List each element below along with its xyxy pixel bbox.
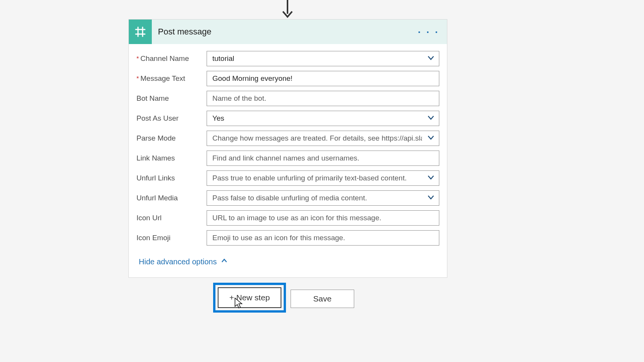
label-text: Channel Name xyxy=(140,54,189,63)
card-body: * Channel Name * Message Text Bot Name xyxy=(129,44,447,277)
icon-url-input[interactable] xyxy=(207,210,439,226)
unfurl-media-input[interactable] xyxy=(207,190,439,206)
hide-advanced-options-toggle[interactable]: Hide advanced options xyxy=(139,257,228,267)
label-unfurl-media: Unfurl Media xyxy=(136,194,207,202)
required-indicator: * xyxy=(136,75,139,82)
post-message-card: Post message · · · * Channel Name * Mess… xyxy=(128,19,447,278)
label-icon-emoji: Icon Emoji xyxy=(136,234,207,242)
label-channel-name: * Channel Name xyxy=(136,54,207,63)
flow-arrow xyxy=(280,0,295,21)
unfurl-links-input[interactable] xyxy=(207,170,439,186)
more-options-button[interactable]: · · · xyxy=(418,26,439,38)
row-icon-emoji: Icon Emoji xyxy=(136,230,439,246)
advanced-toggle-label: Hide advanced options xyxy=(139,257,217,266)
label-message-text: * Message Text xyxy=(136,74,207,83)
label-unfurl-links: Unfurl Links xyxy=(136,174,207,182)
icon-emoji-input[interactable] xyxy=(207,230,439,246)
card-header[interactable]: Post message · · · xyxy=(129,20,447,44)
card-title: Post message xyxy=(158,27,211,37)
label-icon-url: Icon Url xyxy=(136,214,207,222)
link-names-input[interactable] xyxy=(207,151,439,166)
footer-buttons: + New step Save xyxy=(213,283,354,313)
label-link-names: Link Names xyxy=(136,154,207,162)
chevron-up-icon xyxy=(220,257,228,267)
row-parse-mode: Parse Mode xyxy=(136,131,439,146)
new-step-button[interactable]: + New step xyxy=(218,287,281,308)
label-text: Message Text xyxy=(140,74,185,83)
label-post-as-user: Post As User xyxy=(136,114,207,123)
row-unfurl-media: Unfurl Media xyxy=(136,190,439,206)
slack-icon xyxy=(129,20,152,44)
post-as-user-input[interactable] xyxy=(207,111,439,126)
label-bot-name: Bot Name xyxy=(136,94,207,103)
label-parse-mode: Parse Mode xyxy=(136,134,207,143)
message-text-input[interactable] xyxy=(207,71,439,86)
required-indicator: * xyxy=(136,56,139,62)
row-unfurl-links: Unfurl Links xyxy=(136,170,439,186)
row-icon-url: Icon Url xyxy=(136,210,439,226)
row-bot-name: Bot Name xyxy=(136,91,439,106)
new-step-highlight: + New step xyxy=(213,283,286,313)
bot-name-input[interactable] xyxy=(207,91,439,106)
row-post-as-user: Post As User xyxy=(136,111,439,126)
row-link-names: Link Names xyxy=(136,151,439,166)
channel-name-input[interactable] xyxy=(207,51,439,66)
row-channel-name: * Channel Name xyxy=(136,51,439,66)
parse-mode-input[interactable] xyxy=(207,131,439,146)
row-message-text: * Message Text xyxy=(136,71,439,86)
save-button[interactable]: Save xyxy=(291,290,354,308)
